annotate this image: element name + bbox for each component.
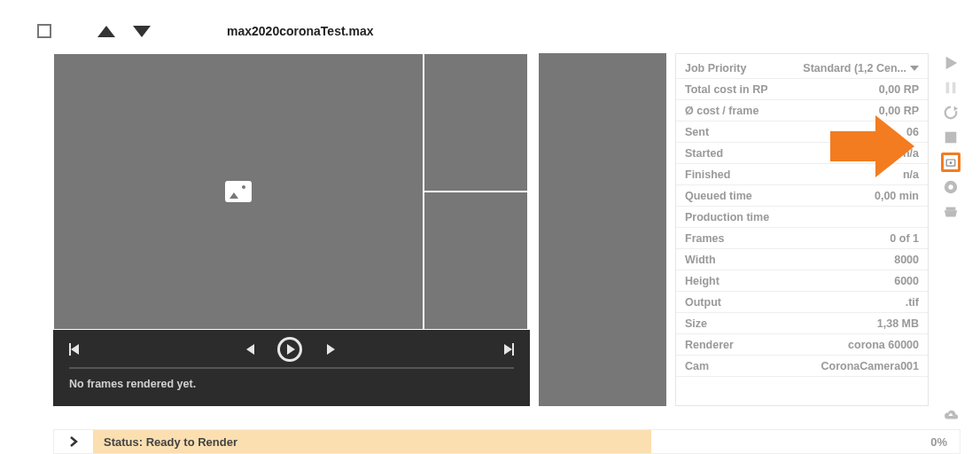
open-output-button[interactable] — [941, 153, 961, 172]
preview-thumb-1[interactable] — [424, 54, 527, 191]
info-label: Height — [685, 275, 719, 287]
svg-marker-0 — [946, 57, 958, 69]
info-row: Ø cost / frame0,00 RP — [676, 100, 928, 121]
info-row: Renderercorona 60000 — [676, 334, 928, 356]
svg-rect-1 — [946, 82, 950, 94]
info-label: Renderer — [685, 339, 734, 351]
refresh-button[interactable] — [941, 103, 961, 122]
player-bar: No frames rendered yet. — [53, 330, 530, 406]
info-label: Cam — [685, 360, 709, 372]
info-row: Startedn/a — [676, 143, 928, 164]
secondary-preview[interactable] — [539, 53, 666, 406]
info-row: Width8000 — [676, 249, 928, 270]
info-row: CamCoronaCamera001 — [676, 356, 928, 377]
info-label: Size — [685, 317, 707, 330]
info-label: Queued time — [685, 190, 752, 202]
info-row: Queued time0,00 min — [676, 185, 928, 207]
info-label: Output — [685, 296, 721, 309]
player-status: No frames rendered yet. — [53, 369, 530, 390]
info-value: .tif — [906, 296, 919, 309]
job-header: max2020coronaTest.max — [34, 20, 955, 43]
start-render-button[interactable] — [941, 53, 961, 73]
info-value: 06 — [906, 126, 919, 138]
info-label: Frames — [685, 232, 724, 245]
info-row: Frames0 of 1 — [676, 228, 928, 249]
svg-rect-4 — [945, 132, 957, 144]
info-label: Width — [685, 254, 716, 266]
job-info-table: Job Priority Standard (1,2 Cen... Total … — [675, 53, 929, 406]
sort-down-icon[interactable] — [133, 26, 151, 37]
info-value: n/a — [903, 168, 919, 181]
prev-frame-button[interactable] — [246, 344, 254, 355]
info-label: Finished — [685, 168, 730, 181]
info-row: Sent06 — [676, 121, 928, 143]
select-checkbox[interactable] — [37, 24, 51, 38]
info-value: corona 60000 — [848, 339, 919, 351]
info-value: 8000 — [894, 254, 919, 266]
play-button[interactable] — [277, 337, 302, 362]
download-button[interactable] — [941, 177, 961, 197]
sort-up-icon[interactable] — [97, 26, 115, 37]
info-value: n/a — [903, 147, 919, 160]
preview-side — [424, 54, 527, 329]
info-value: 1,38 MB — [877, 317, 919, 330]
info-value: 6000 — [894, 275, 919, 287]
cloud-upload-button[interactable] — [941, 406, 961, 426]
main-panel: No frames rendered yet. Job Priority Sta… — [53, 53, 929, 406]
action-rail — [939, 53, 962, 426]
dropdown-icon[interactable] — [910, 66, 919, 71]
pause-render-button[interactable] — [941, 78, 961, 98]
info-label: Started — [685, 147, 723, 160]
svg-rect-6 — [950, 161, 952, 163]
info-row: Output.tif — [676, 292, 928, 313]
expand-toggle[interactable] — [54, 436, 93, 447]
info-value: 0,00 min — [875, 190, 919, 202]
status-value: Ready to Render — [146, 435, 237, 449]
info-label: Production time — [685, 211, 769, 223]
sort-arrows — [97, 26, 151, 37]
info-label: Job Priority — [685, 62, 746, 74]
progress-percent: 0% — [930, 435, 960, 449]
svg-marker-3 — [954, 106, 959, 111]
info-value: 0,00 RP — [879, 105, 919, 117]
archive-button[interactable] — [941, 202, 961, 222]
image-placeholder-icon — [225, 181, 252, 202]
info-label: Sent — [685, 126, 709, 138]
preview-column: No frames rendered yet. — [53, 53, 530, 406]
preview-main[interactable] — [54, 54, 424, 329]
next-frame-button[interactable] — [325, 344, 335, 355]
preview-thumb-2[interactable] — [424, 191, 527, 329]
info-row: Size1,38 MB — [676, 313, 928, 334]
svg-rect-2 — [953, 82, 956, 94]
info-value: CoronaCamera001 — [821, 360, 919, 372]
status-footer: Status: Ready to Render 0% — [53, 429, 961, 454]
info-label: Ø cost / frame — [685, 105, 758, 117]
info-row: Height6000 — [676, 270, 928, 292]
last-frame-button[interactable] — [502, 343, 514, 356]
info-row: Production time — [676, 207, 928, 228]
info-value: 0 of 1 — [890, 232, 919, 245]
info-row-priority[interactable]: Job Priority Standard (1,2 Cen... — [676, 58, 928, 79]
info-row: Total cost in RP0,00 RP — [676, 79, 928, 100]
info-value: 0,00 RP — [879, 83, 919, 96]
info-row: Finishedn/a — [676, 164, 928, 185]
info-label: Total cost in RP — [685, 83, 768, 96]
preview-tiles — [53, 53, 530, 330]
info-value: Standard (1,2 Cen... — [803, 62, 906, 74]
filename-label: max2020coronaTest.max — [227, 24, 374, 38]
svg-rect-9 — [946, 207, 956, 211]
first-frame-button[interactable] — [69, 343, 79, 356]
status-bar: Status: Ready to Render — [93, 430, 651, 453]
svg-point-8 — [948, 184, 953, 189]
stop-render-button[interactable] — [941, 128, 961, 147]
status-label: Status: — [104, 435, 143, 449]
